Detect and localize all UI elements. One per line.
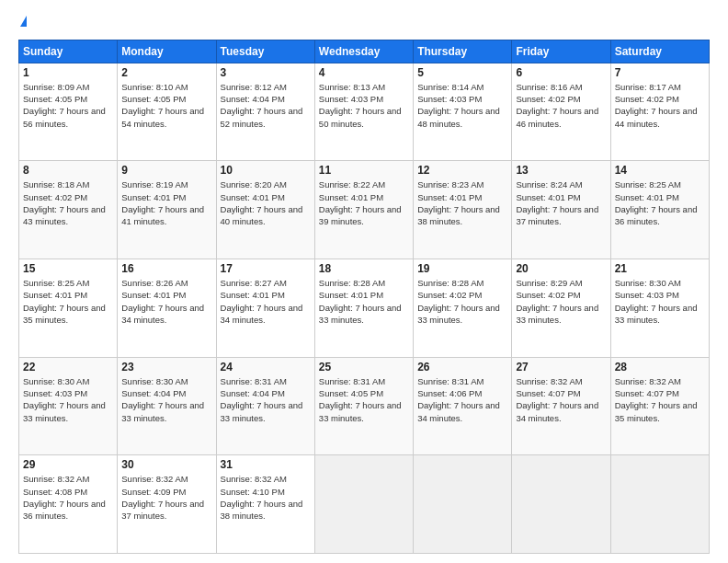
day-of-week-saturday: Saturday bbox=[610, 40, 709, 63]
sunset-text: Sunset: 4:01 PM bbox=[516, 192, 580, 202]
day-number: 4 bbox=[319, 66, 409, 79]
sunrise-text: Sunrise: 8:10 AM bbox=[121, 82, 188, 92]
sunset-text: Sunset: 4:03 PM bbox=[615, 290, 679, 300]
calendar-cell: 27Sunrise: 8:32 AMSunset: 4:07 PMDayligh… bbox=[512, 357, 610, 455]
day-info: Sunrise: 8:10 AMSunset: 4:05 PMDaylight:… bbox=[121, 81, 211, 130]
day-number: 14 bbox=[615, 164, 705, 177]
calendar-cell: 2Sunrise: 8:10 AMSunset: 4:05 PMDaylight… bbox=[118, 63, 216, 161]
calendar-cell: 9Sunrise: 8:19 AMSunset: 4:01 PMDaylight… bbox=[118, 161, 216, 259]
sunrise-text: Sunrise: 8:09 AM bbox=[23, 82, 89, 92]
sunset-text: Sunset: 4:10 PM bbox=[221, 487, 285, 497]
calendar-cell: 15Sunrise: 8:25 AMSunset: 4:01 PMDayligh… bbox=[19, 259, 118, 358]
sunset-text: Sunset: 4:01 PM bbox=[121, 290, 186, 300]
page: SundayMondayTuesdayWednesdayThursdayFrid… bbox=[0, 0, 728, 563]
day-info: Sunrise: 8:31 AMSunset: 4:05 PMDaylight:… bbox=[319, 375, 409, 424]
day-number: 24 bbox=[221, 361, 311, 373]
daylight-text: Daylight: 7 hours and 33 minutes. bbox=[417, 303, 500, 325]
calendar-cell bbox=[512, 455, 610, 554]
sunrise-text: Sunrise: 8:24 AM bbox=[516, 179, 582, 190]
sunset-text: Sunset: 4:01 PM bbox=[221, 192, 285, 202]
day-number: 10 bbox=[221, 164, 311, 177]
day-number: 27 bbox=[516, 361, 606, 373]
day-number: 18 bbox=[319, 262, 409, 275]
day-number: 22 bbox=[23, 361, 113, 373]
sunrise-text: Sunrise: 8:17 AM bbox=[615, 82, 681, 92]
day-number: 28 bbox=[615, 361, 705, 373]
daylight-text: Daylight: 7 hours and 33 minutes. bbox=[319, 400, 402, 422]
day-info: Sunrise: 8:09 AMSunset: 4:05 PMDaylight:… bbox=[23, 81, 113, 130]
calendar-cell: 19Sunrise: 8:28 AMSunset: 4:02 PMDayligh… bbox=[414, 259, 512, 358]
calendar-cell: 5Sunrise: 8:14 AMSunset: 4:03 PMDaylight… bbox=[414, 63, 512, 161]
sunset-text: Sunset: 4:01 PM bbox=[417, 192, 482, 202]
sunset-text: Sunset: 4:09 PM bbox=[121, 487, 186, 497]
day-number: 17 bbox=[221, 262, 311, 275]
day-number: 16 bbox=[121, 262, 211, 275]
day-info: Sunrise: 8:32 AMSunset: 4:07 PMDaylight:… bbox=[615, 375, 705, 424]
daylight-text: Daylight: 7 hours and 34 minutes. bbox=[516, 400, 598, 422]
calendar-cell: 17Sunrise: 8:27 AMSunset: 4:01 PMDayligh… bbox=[216, 259, 314, 358]
daylight-text: Daylight: 7 hours and 56 minutes. bbox=[23, 106, 106, 128]
day-number: 12 bbox=[417, 164, 507, 177]
day-of-week-tuesday: Tuesday bbox=[216, 40, 314, 63]
day-info: Sunrise: 8:24 AMSunset: 4:01 PMDaylight:… bbox=[516, 178, 606, 227]
sunrise-text: Sunrise: 8:12 AM bbox=[221, 82, 287, 92]
day-number: 13 bbox=[516, 164, 606, 177]
sunset-text: Sunset: 4:01 PM bbox=[615, 192, 679, 202]
sunset-text: Sunset: 4:02 PM bbox=[417, 290, 482, 300]
calendar-table: SundayMondayTuesdayWednesdayThursdayFrid… bbox=[18, 40, 710, 554]
calendar-cell: 31Sunrise: 8:32 AMSunset: 4:10 PMDayligh… bbox=[216, 455, 314, 554]
sunset-text: Sunset: 4:04 PM bbox=[221, 388, 285, 398]
day-number: 6 bbox=[516, 66, 606, 79]
sunset-text: Sunset: 4:05 PM bbox=[121, 94, 186, 104]
header-row: SundayMondayTuesdayWednesdayThursdayFrid… bbox=[19, 40, 710, 63]
day-info: Sunrise: 8:20 AMSunset: 4:01 PMDaylight:… bbox=[221, 178, 311, 227]
day-info: Sunrise: 8:31 AMSunset: 4:06 PMDaylight:… bbox=[417, 375, 507, 424]
header bbox=[18, 15, 710, 32]
calendar-cell: 28Sunrise: 8:32 AMSunset: 4:07 PMDayligh… bbox=[610, 357, 709, 455]
day-number: 29 bbox=[23, 458, 113, 471]
day-number: 21 bbox=[615, 262, 705, 275]
sunrise-text: Sunrise: 8:29 AM bbox=[516, 278, 582, 288]
daylight-text: Daylight: 7 hours and 33 minutes. bbox=[121, 400, 204, 422]
daylight-text: Daylight: 7 hours and 43 minutes. bbox=[23, 204, 106, 226]
sunset-text: Sunset: 4:03 PM bbox=[319, 94, 383, 104]
daylight-text: Daylight: 7 hours and 37 minutes. bbox=[121, 499, 204, 521]
daylight-text: Daylight: 7 hours and 35 minutes. bbox=[615, 400, 698, 422]
logo bbox=[18, 15, 27, 32]
day-number: 2 bbox=[121, 66, 211, 79]
daylight-text: Daylight: 7 hours and 33 minutes. bbox=[516, 303, 598, 325]
daylight-text: Daylight: 7 hours and 54 minutes. bbox=[121, 106, 204, 128]
calendar-cell: 30Sunrise: 8:32 AMSunset: 4:09 PMDayligh… bbox=[118, 455, 216, 554]
calendar-cell: 29Sunrise: 8:32 AMSunset: 4:08 PMDayligh… bbox=[19, 455, 118, 554]
daylight-text: Daylight: 7 hours and 40 minutes. bbox=[221, 204, 303, 226]
day-info: Sunrise: 8:19 AMSunset: 4:01 PMDaylight:… bbox=[121, 178, 211, 227]
sunset-text: Sunset: 4:01 PM bbox=[121, 192, 186, 202]
sunrise-text: Sunrise: 8:25 AM bbox=[23, 278, 89, 288]
day-info: Sunrise: 8:14 AMSunset: 4:03 PMDaylight:… bbox=[417, 81, 507, 130]
calendar-cell: 18Sunrise: 8:28 AMSunset: 4:01 PMDayligh… bbox=[314, 259, 413, 358]
daylight-text: Daylight: 7 hours and 46 minutes. bbox=[516, 106, 598, 128]
calendar-cell: 16Sunrise: 8:26 AMSunset: 4:01 PMDayligh… bbox=[118, 259, 216, 358]
day-of-week-friday: Friday bbox=[512, 40, 610, 63]
week-row-5: 29Sunrise: 8:32 AMSunset: 4:08 PMDayligh… bbox=[19, 455, 710, 554]
sunrise-text: Sunrise: 8:23 AM bbox=[417, 179, 483, 190]
calendar-cell bbox=[414, 455, 512, 554]
calendar-header: SundayMondayTuesdayWednesdayThursdayFrid… bbox=[19, 40, 710, 63]
calendar-cell: 14Sunrise: 8:25 AMSunset: 4:01 PMDayligh… bbox=[610, 161, 709, 259]
daylight-text: Daylight: 7 hours and 33 minutes. bbox=[319, 303, 402, 325]
sunset-text: Sunset: 4:02 PM bbox=[516, 94, 580, 104]
day-info: Sunrise: 8:12 AMSunset: 4:04 PMDaylight:… bbox=[221, 81, 311, 130]
sunrise-text: Sunrise: 8:32 AM bbox=[23, 474, 89, 484]
day-info: Sunrise: 8:17 AMSunset: 4:02 PMDaylight:… bbox=[615, 81, 705, 130]
sunset-text: Sunset: 4:07 PM bbox=[615, 388, 679, 398]
sunset-text: Sunset: 4:03 PM bbox=[417, 94, 482, 104]
day-info: Sunrise: 8:30 AMSunset: 4:04 PMDaylight:… bbox=[121, 375, 211, 424]
day-info: Sunrise: 8:32 AMSunset: 4:08 PMDaylight:… bbox=[23, 473, 113, 522]
sunrise-text: Sunrise: 8:16 AM bbox=[516, 82, 582, 92]
day-info: Sunrise: 8:26 AMSunset: 4:01 PMDaylight:… bbox=[121, 277, 211, 326]
sunrise-text: Sunrise: 8:30 AM bbox=[23, 376, 89, 386]
calendar-cell: 26Sunrise: 8:31 AMSunset: 4:06 PMDayligh… bbox=[414, 357, 512, 455]
calendar-cell: 12Sunrise: 8:23 AMSunset: 4:01 PMDayligh… bbox=[414, 161, 512, 259]
daylight-text: Daylight: 7 hours and 52 minutes. bbox=[221, 106, 303, 128]
sunrise-text: Sunrise: 8:26 AM bbox=[121, 278, 188, 288]
